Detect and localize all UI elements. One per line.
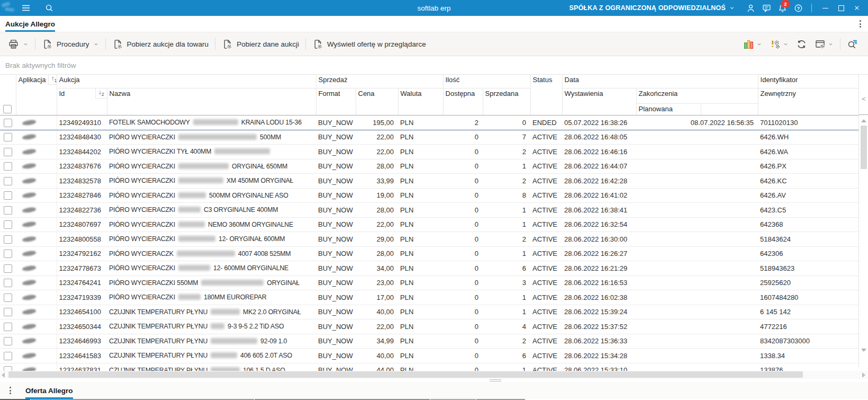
table-row[interactable]: 12324837676PIÓRO WYCIERACZKIORYGINAŁ 650… [0,159,858,174]
fetch-auctions-for-item-button[interactable]: Pobierz aukcje dla towaru [107,35,214,52]
scroll-down-icon[interactable] [861,349,866,352]
maximize-button[interactable] [833,0,849,16]
column-header-aplikacja[interactable]: Aplikacja ↑1 [16,75,57,115]
column-header-sprzedana[interactable]: Sprzedana [483,88,530,115]
app-icon [22,163,37,170]
print-button[interactable] [3,35,33,52]
row-checkbox[interactable] [4,206,12,215]
redacted-text [178,192,206,198]
sort-indicator-asc[interactable]: ↑1 [48,75,57,85]
column-header-id[interactable]: Id ↓2 [57,88,107,115]
table-row[interactable]: 12324764241PIÓRO WYCIERACZKI 550MMORYGIN… [0,275,858,290]
table-row[interactable]: 12324827846PIÓRO WYCIERACZKI500MM ORYGIN… [0,188,858,203]
select-all-checkbox[interactable] [3,105,12,113]
row-checkbox[interactable] [4,133,12,141]
group-header-identyfikator: Identyfikator [758,75,858,88]
show-offer-in-browser-button[interactable]: Wyświetl ofertę w przeglądarce [308,35,431,52]
scroll-up-icon[interactable] [861,119,866,122]
row-checkbox[interactable] [4,352,12,360]
scroll-right-icon[interactable] [862,372,865,378]
fetch-auction-data-button[interactable]: Pobierz dane aukcji [217,35,304,52]
company-selector[interactable]: SPÓŁKA Z OGRANICZONĄ ODPOWIEDZIALNOŚ [569,4,735,12]
cell-currency: PLN [398,115,443,130]
alerts-settings-button[interactable] [767,36,791,52]
table-row[interactable]: 12324807697PIÓRO WYCIERACZKINEMO 360MM O… [0,217,858,232]
search-filter-button[interactable] [844,36,861,52]
cell-status: ACTIVE [530,334,562,349]
user-icon[interactable] [743,0,758,16]
chat-icon[interactable] [758,0,774,16]
table-row[interactable]: 12324641583CZUJNIK TEMPERATURY PŁYNU406 … [0,349,858,363]
minimize-button[interactable] [817,0,833,16]
filter-bar[interactable]: Brak aktywnych filtrów [0,56,868,75]
row-checkbox[interactable] [4,308,12,316]
table-row[interactable]: 12324800558PIÓRO WYCIERACZKI12- ORYGINAŁ… [0,232,858,247]
tab-aukcje-allegro[interactable]: Aukcje Allegro [5,20,55,32]
table-row[interactable]: 12324719339PIÓRO WYCIERACZKI180MM EURORE… [0,290,858,305]
cell-planned-end-date [636,203,758,218]
table-row[interactable]: 12349249310FOTELIK SAMOCHODOWYKRAINA LOD… [0,115,858,130]
menu-icon[interactable] [18,0,34,16]
column-header-zakonczenia[interactable]: Zakończenia [636,88,758,104]
table-row[interactable]: 12324822736PIÓRO WYCIERACZKIC3 ORYGINALN… [0,203,858,218]
column-header-dostepna[interactable]: Dostępna [443,88,483,115]
row-checkbox[interactable] [4,119,12,127]
cell-select [0,159,16,174]
cell-format: BUY_NOW [316,174,356,189]
row-checkbox[interactable] [4,337,12,345]
window-settings-button[interactable] [812,36,836,52]
tab-oferta-allegro[interactable]: Oferta Allegro [25,382,73,399]
horizontal-scrollbar[interactable] [0,371,868,379]
column-header-nazwa[interactable]: Nazwa [107,88,316,115]
table-row[interactable]: 12324654100CZUJNIK TEMPERATURY PŁYNUMK2 … [0,305,858,319]
cell-planned-end-date [636,246,758,261]
tab-options-icon[interactable] [855,19,865,29]
column-header-wystawienia[interactable]: Wystawienia [562,88,636,115]
column-header-zewnetrzny[interactable]: Zewnętrzny [758,88,858,115]
vertical-scroll-thumb[interactable] [861,126,867,169]
row-checkbox[interactable] [4,162,12,171]
column-header-cena[interactable]: Cena [356,88,398,115]
cell-external-id: 6 145 142 [758,305,858,319]
row-checkbox[interactable] [4,148,12,156]
close-button[interactable] [849,0,865,16]
row-checkbox[interactable] [4,294,12,302]
column-header-format[interactable]: Format [316,88,356,115]
vertical-scrollbar[interactable] [860,117,867,366]
refresh-button[interactable] [793,36,810,52]
table-row[interactable]: 12324844202PIÓRO WYCIERACZKI TYŁ 400MMBU… [0,145,858,159]
group-header-sprzedaz: Sprzedaż [316,75,443,88]
table-row[interactable]: 12324792162PIÓRO WYCIERACZK4007 4008 525… [0,246,858,261]
cell-sold: 7 [483,130,530,145]
help-icon[interactable] [790,0,806,16]
cell-price: 22,00 [356,145,398,159]
search-icon[interactable] [41,0,57,16]
table-row[interactable]: 12324848430PIÓRO WYCIERACZKI500MMBUY_NOW… [0,130,858,145]
cell-sold: 1 [483,305,530,319]
scroll-left-icon[interactable] [2,372,5,378]
table-row[interactable]: 12324650344CZUJNIK TEMPERATURY PŁYNU9-3 … [0,319,858,334]
sort-indicator-desc[interactable]: ↓2 [95,88,107,99]
table-row[interactable]: 12324646993CZUJNIK TEMPERATURY PŁYNU92-0… [0,334,858,349]
column-header-waluta[interactable]: Waluta [398,88,443,115]
row-checkbox[interactable] [4,220,12,229]
row-checkbox[interactable] [4,235,12,244]
collapse-panel-icon[interactable]: < [859,95,868,103]
row-checkbox[interactable] [4,279,12,287]
table-row[interactable]: 12324832578PIÓRO WYCIERACZKIXM 450MM ORY… [0,174,858,189]
procedures-button[interactable]: Procedury [37,35,104,52]
cell-auction-id: 12349249310 [57,115,107,130]
row-checkbox[interactable] [4,323,12,331]
row-checkbox[interactable] [4,250,12,258]
table-row[interactable]: 12324778673PIÓRO WYCIERACZKI12- 600MM OR… [0,261,858,276]
chart-view-button[interactable] [740,36,765,52]
cell-format: BUY_NOW [316,290,356,305]
column-header-planowana[interactable]: Planowana [636,104,758,115]
bottom-panel-options-icon[interactable] [5,386,15,395]
row-checkbox[interactable] [4,177,12,185]
row-checkbox[interactable] [4,191,12,200]
horizontal-scroll-thumb[interactable] [8,371,803,378]
notifications-icon[interactable]: 2 [774,0,790,16]
row-checkbox[interactable] [4,264,12,273]
column-header-status[interactable]: Status [530,75,562,115]
